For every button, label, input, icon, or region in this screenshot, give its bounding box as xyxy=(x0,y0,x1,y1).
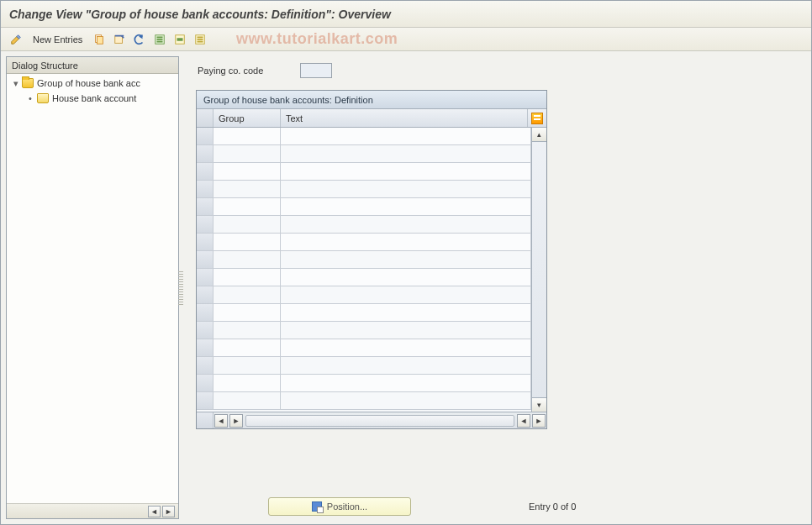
column-header-group[interactable]: Group xyxy=(214,109,281,127)
cell-text[interactable] xyxy=(281,198,531,215)
row-header-cell[interactable] xyxy=(197,251,214,268)
cell-text[interactable] xyxy=(281,339,531,356)
row-header-cell[interactable] xyxy=(197,145,214,162)
table-row[interactable] xyxy=(197,181,531,198)
cell-group[interactable] xyxy=(214,216,281,233)
table-row[interactable] xyxy=(197,286,531,304)
splitter-handle[interactable] xyxy=(178,271,183,305)
sidebar-scroll-left-button[interactable]: ◄ xyxy=(148,506,161,517)
cell-text[interactable] xyxy=(281,322,531,339)
row-header-cell[interactable] xyxy=(197,286,214,303)
select-block-button[interactable] xyxy=(171,31,188,48)
row-header-cell[interactable] xyxy=(197,375,214,391)
row-header-cell[interactable] xyxy=(197,163,214,180)
select-all-button[interactable] xyxy=(151,31,168,48)
delete-button[interactable] xyxy=(111,31,128,48)
cell-text[interactable] xyxy=(281,181,531,197)
table-row[interactable] xyxy=(197,198,531,216)
table-row[interactable] xyxy=(197,269,531,286)
cell-group[interactable] xyxy=(214,163,281,180)
row-header-cell[interactable] xyxy=(197,357,214,374)
cell-group[interactable] xyxy=(214,269,281,286)
table-row[interactable] xyxy=(197,251,531,269)
cell-group[interactable] xyxy=(214,145,281,162)
tree-node-group-of-house-bank-accounts[interactable]: ▾ Group of house bank acc xyxy=(7,76,178,91)
deselect-all-button[interactable] xyxy=(192,31,208,48)
new-entries-button[interactable]: New Entries xyxy=(28,31,87,48)
row-header-cell[interactable] xyxy=(197,392,214,409)
tree-bullet-icon: • xyxy=(29,93,34,103)
table-row[interactable] xyxy=(197,216,531,234)
cell-group[interactable] xyxy=(214,198,281,215)
cell-group[interactable] xyxy=(214,322,281,339)
grid-scroll-up-button[interactable]: ▴ xyxy=(532,128,546,142)
watermark-text: www.tutorialkart.com xyxy=(236,30,398,48)
folder-open-icon xyxy=(22,78,34,88)
toolbar: New Entries www.tutorialkart.com xyxy=(1,28,811,51)
table-row[interactable] xyxy=(197,357,531,375)
cell-text[interactable] xyxy=(281,163,531,180)
cell-group[interactable] xyxy=(214,357,281,374)
grid-scroll-left-end-button[interactable]: ◄ xyxy=(517,414,530,428)
table-row[interactable] xyxy=(197,163,531,181)
position-button[interactable]: Position... xyxy=(268,497,411,516)
undo-button[interactable] xyxy=(131,31,148,48)
sap-window: Change View "Group of house bank account… xyxy=(0,0,812,525)
row-header-cell[interactable] xyxy=(197,304,214,321)
grid-horizontal-scrollbar[interactable]: ◄ ► ◄ ► xyxy=(214,412,546,428)
cell-group[interactable] xyxy=(214,128,281,144)
grid-vertical-scrollbar[interactable]: ▴ ▾ xyxy=(531,128,546,412)
cell-text[interactable] xyxy=(281,128,531,144)
cell-text[interactable] xyxy=(281,269,531,286)
row-header-cell[interactable] xyxy=(197,234,214,250)
cell-text[interactable] xyxy=(281,251,531,268)
grid-scroll-right-button[interactable]: ► xyxy=(229,414,243,428)
cell-text[interactable] xyxy=(281,304,531,321)
cell-text[interactable] xyxy=(281,375,531,391)
cell-group[interactable] xyxy=(214,304,281,321)
grid-hscroll-track[interactable] xyxy=(245,415,514,427)
table-row[interactable] xyxy=(197,145,531,163)
cell-group[interactable] xyxy=(214,339,281,356)
row-header-cell[interactable] xyxy=(197,322,214,339)
sidebar-scroll-right-button[interactable]: ► xyxy=(162,506,175,517)
select-block-icon xyxy=(174,34,186,45)
column-header-text[interactable]: Text xyxy=(281,109,528,127)
table-row[interactable] xyxy=(197,375,531,392)
row-header-cell[interactable] xyxy=(197,198,214,215)
table-row[interactable] xyxy=(197,234,531,251)
row-header-cell[interactable] xyxy=(197,216,214,233)
cell-text[interactable] xyxy=(281,234,531,250)
grid-scroll-left-button[interactable]: ◄ xyxy=(214,414,228,428)
table-row[interactable] xyxy=(197,304,531,322)
cell-text[interactable] xyxy=(281,216,531,233)
row-header-cell[interactable] xyxy=(197,339,214,356)
toggle-display-change-button[interactable] xyxy=(8,31,24,48)
table-row[interactable] xyxy=(197,128,531,145)
dialog-structure-header: Dialog Structure xyxy=(7,57,178,74)
row-header-cell[interactable] xyxy=(197,128,214,144)
row-header-cell[interactable] xyxy=(197,269,214,286)
cell-text[interactable] xyxy=(281,392,531,409)
cell-text[interactable] xyxy=(281,286,531,303)
grid-scroll-down-button[interactable]: ▾ xyxy=(532,397,546,412)
table-row[interactable] xyxy=(197,322,531,339)
cell-group[interactable] xyxy=(214,234,281,250)
tree-collapse-icon[interactable]: ▾ xyxy=(12,79,20,87)
table-row[interactable] xyxy=(197,339,531,357)
cell-group[interactable] xyxy=(214,251,281,268)
tree-node-house-bank-accounts[interactable]: • House bank account xyxy=(7,91,178,106)
grid-vscroll-track[interactable] xyxy=(532,142,546,397)
copy-as-button[interactable] xyxy=(91,31,108,48)
cell-group[interactable] xyxy=(214,286,281,303)
cell-text[interactable] xyxy=(281,357,531,374)
cell-group[interactable] xyxy=(214,181,281,197)
row-header-cell[interactable] xyxy=(197,181,214,197)
cell-group[interactable] xyxy=(214,375,281,391)
table-row[interactable] xyxy=(197,392,531,410)
cell-group[interactable] xyxy=(214,392,281,409)
cell-text[interactable] xyxy=(281,145,531,162)
entry-count-text: Entry 0 of 0 xyxy=(529,501,576,512)
grid-configure-button[interactable] xyxy=(528,109,546,127)
grid-scroll-right-end-button[interactable]: ► xyxy=(532,414,546,428)
